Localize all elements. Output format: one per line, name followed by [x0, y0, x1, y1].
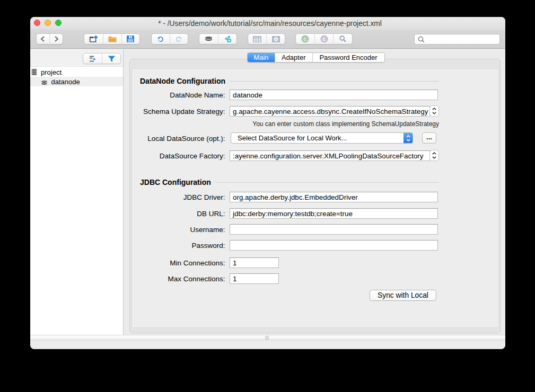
svg-text:E: E — [322, 37, 326, 42]
svg-text:C: C — [303, 37, 307, 42]
